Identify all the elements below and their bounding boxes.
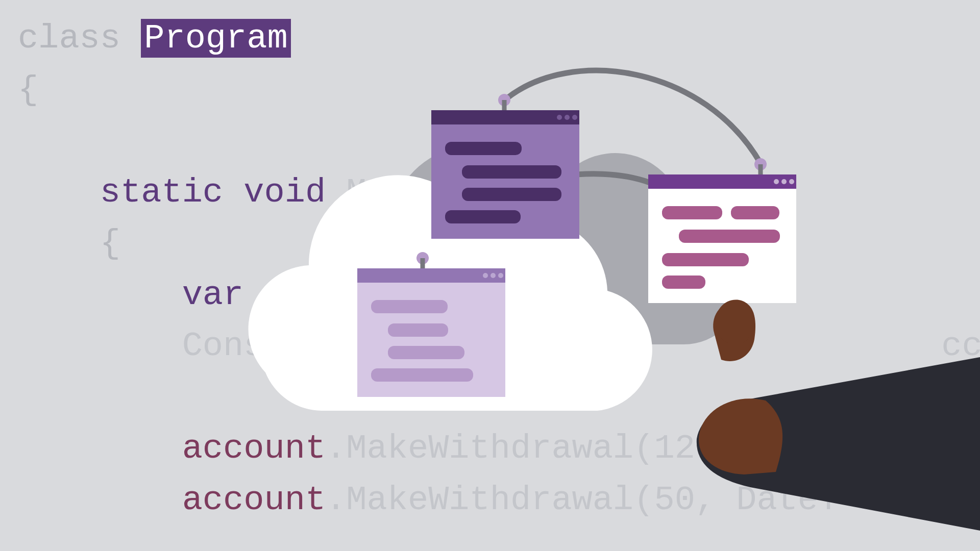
call-makewithdrawal-50: MakeWithdrawal(50, DateT — [346, 481, 839, 519]
highlight-program: Program — [141, 19, 290, 58]
method-main: Main(string[] args) — [346, 173, 736, 212]
keyword-static-void: static void — [100, 173, 346, 212]
dot: . — [326, 481, 346, 519]
spacer — [346, 276, 980, 314]
indent — [18, 276, 182, 314]
keyword-var: var — [182, 276, 264, 314]
dot: . — [326, 429, 346, 468]
indent — [18, 173, 100, 212]
ident-acco: acco — [264, 276, 346, 314]
indent — [18, 327, 182, 365]
ident-account-1: account — [182, 429, 326, 468]
code-block: class Program { static void Main(string[… — [18, 13, 980, 525]
call-makewithdrawal-120: MakeWithdrawal(120, Date — [346, 429, 839, 468]
indent — [18, 481, 182, 519]
ident-account-2: account — [182, 481, 326, 519]
open-brace: { — [18, 70, 38, 109]
open-brace-2: { — [100, 224, 120, 263]
ident-consol: Consol — [182, 327, 305, 365]
tail-cc: cc — [305, 327, 980, 365]
keyword-class: class — [18, 19, 141, 58]
indent — [18, 224, 100, 263]
indent — [18, 429, 182, 468]
